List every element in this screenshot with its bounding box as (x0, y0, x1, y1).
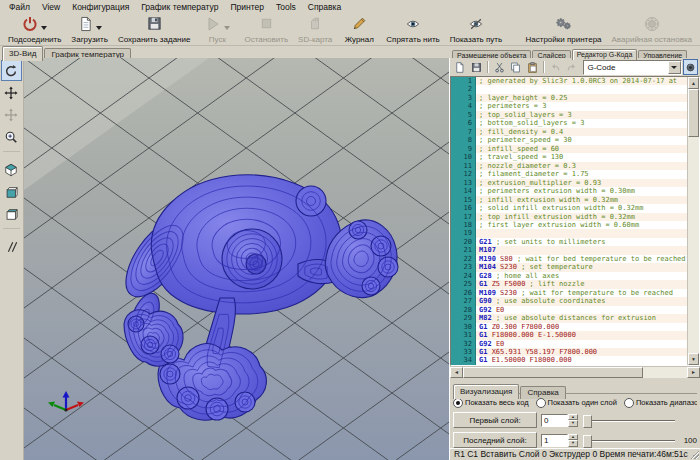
code-line[interactable]: 28G92 E0 (451, 306, 687, 314)
tab-Справка[interactable]: Справка (520, 386, 565, 399)
horizontal-scrollbar[interactable]: ◄ ► (450, 366, 700, 378)
code-line[interactable]: 14; perimeters extrusion width = 0.30mm (451, 187, 687, 195)
toolbar-button-eye-slash[interactable]: Показать путь (445, 14, 507, 45)
scroll-left-button[interactable]: ◄ (450, 367, 463, 378)
code-line[interactable]: 2 (451, 85, 687, 93)
toolbar-button-floppy[interactable]: Сохранить задание (113, 14, 196, 45)
horizontal-scroll-track[interactable] (643, 367, 687, 378)
radio-dot (624, 398, 634, 408)
scroll-right-button[interactable]: ► (687, 367, 700, 378)
spinner-value[interactable]: 0 (541, 414, 568, 427)
gcode-text-area[interactable]: 1; generated by Slic3r 1.0.0RC3 on 2014-… (451, 77, 687, 365)
dropdown-caret-icon[interactable] (41, 26, 47, 30)
layer-spinner[interactable]: 0▲▼ (541, 414, 578, 427)
code-line[interactable]: 15; infill extrusion width = 0.32mm (451, 196, 687, 204)
tool-front-view[interactable] (1, 181, 22, 202)
3d-viewport[interactable] (24, 58, 449, 460)
code-line[interactable]: 21M107 (451, 246, 687, 254)
horizontal-scroll-thumb[interactable] (463, 367, 643, 378)
code-line[interactable]: 1; generated by Slic3r 1.0.0RC3 on 2014-… (451, 77, 687, 85)
radio-Показать диапазон слоев[interactable]: Показать диапазон слоев (624, 398, 697, 408)
code-line[interactable]: 27G90 ; use absolute coordinates (451, 297, 687, 305)
tool-top-view[interactable] (1, 203, 22, 224)
layer-slider[interactable] (582, 414, 677, 427)
code-line[interactable]: 24G28 ; home all axes (451, 272, 687, 280)
code-line[interactable]: 33G1 X65.931 Y58.197 F7800.000 (451, 348, 687, 356)
code-line[interactable]: 18; first layer extrusion width = 0.60mm (451, 221, 687, 229)
code-line[interactable]: 22M190 S80 ; wait for bed temperature to… (451, 255, 687, 263)
tool-rotate[interactable] (1, 60, 22, 81)
tool-move[interactable] (1, 82, 22, 103)
combobox-dropdown-button[interactable] (668, 61, 681, 74)
editor-button-visualization[interactable] (683, 59, 698, 75)
code-line[interactable]: 13; extrusion_multiplier = 0.93 (451, 179, 687, 187)
menu-item-Файл[interactable]: Файл (4, 1, 35, 13)
code-line[interactable]: 8; perimeter_speed = 30 (451, 136, 687, 144)
dropdown-caret-icon[interactable] (96, 26, 102, 30)
editor-button-save[interactable] (468, 59, 483, 75)
code-line[interactable]: 9; infill_speed = 60 (451, 145, 687, 153)
code-line[interactable]: 17; top infill extrusion width = 0.32mm (451, 213, 687, 221)
scroll-down-button[interactable]: ▼ (688, 353, 699, 365)
vertical-scrollbar[interactable]: ▲ ▼ (687, 77, 699, 365)
menu-item-График температур[interactable]: График температур (136, 1, 223, 13)
toolbar-button-pencil[interactable]: Журнал (337, 14, 381, 45)
vertical-scroll-track[interactable] (688, 137, 699, 353)
toolbar-button-eye[interactable]: Спрятать нить (381, 14, 444, 45)
tab-3D-Вид[interactable]: 3D-Вид (2, 46, 43, 61)
code-line[interactable]: 30G1 Z0.300 F7800.000 (451, 323, 687, 331)
toolbar-button-power[interactable]: Подсоединить (3, 14, 66, 45)
menu-item-Tools[interactable]: Tools (271, 1, 301, 13)
editor-button-copy[interactable] (508, 59, 523, 75)
vertical-scroll-thumb[interactable] (688, 89, 699, 137)
code-line[interactable]: 31G1 F18000.000 E-1.50000 (451, 331, 687, 339)
code-line[interactable]: 4; perimeters = 3 (451, 102, 687, 110)
code-line[interactable]: 25G1 Z5 F5000 ; lift nozzle (451, 280, 687, 288)
tool-magnifier[interactable] (1, 126, 22, 147)
tab-Визуализация[interactable]: Визуализация (453, 384, 519, 399)
menu-item-View[interactable]: View (37, 1, 65, 13)
radio-Показать весь код[interactable]: Показать весь код (453, 398, 529, 408)
layer-spinner[interactable]: 1▲▼ (541, 434, 578, 447)
layer-button-Последний слой:[interactable]: Последний слой: (453, 432, 537, 448)
slider-thumb[interactable] (583, 435, 592, 448)
tool-iso-view[interactable] (1, 159, 22, 180)
menu-item-Конфигурация[interactable]: Конфигурация (67, 1, 134, 13)
editor-button-new-file[interactable] (452, 59, 467, 75)
toolbar-button-gears[interactable]: Настройки принтера (520, 14, 606, 45)
code-line[interactable]: 5; top_solid_layers = 3 (451, 111, 687, 119)
code-line[interactable]: 32G92 E0 (451, 340, 687, 348)
code-line[interactable]: 19 (451, 229, 687, 237)
tab-Редактор G-Кода[interactable]: Редактор G-Кода (572, 49, 638, 60)
editor-button-paste[interactable] (524, 59, 539, 75)
scroll-up-button[interactable]: ▲ (688, 77, 699, 89)
code-line[interactable]: 11; nozzle_diameter = 0.3 (451, 162, 687, 170)
toolbar-button-document[interactable]: Загрузить (66, 14, 113, 45)
code-line[interactable]: 10; travel_speed = 130 (451, 153, 687, 161)
code-line[interactable]: 6; bottom_solid_layers = 3 (451, 119, 687, 127)
editor-button-cut[interactable] (492, 59, 507, 75)
layer-slider[interactable] (582, 434, 677, 447)
code-line[interactable]: 29M82 ; use absolute distances for extru… (451, 314, 687, 322)
resize-grip[interactable] (690, 450, 699, 459)
code-line[interactable]: 3; layer_height = 0.25 (451, 94, 687, 102)
gcode-type-combobox[interactable]: G-Code (583, 60, 681, 75)
spinner-down-icon[interactable]: ▼ (568, 440, 578, 447)
menu-item-Принтер[interactable]: Принтер (225, 1, 269, 13)
code-line[interactable]: 23M104 S230 ; set temperature (451, 263, 687, 271)
code-line[interactable]: 26M109 S230 ; wait for temperature to be… (451, 289, 687, 297)
spinner-value[interactable]: 1 (541, 434, 568, 447)
spinner-down-icon[interactable]: ▼ (568, 420, 578, 427)
slider-thumb[interactable] (583, 415, 592, 428)
code-line[interactable]: 7; fill_density = 0.4 (451, 128, 687, 136)
code-line[interactable]: 20G21 ; set units to millimeters (451, 238, 687, 246)
tool-parallel-projection[interactable] (1, 236, 22, 257)
gcode-editor[interactable]: 1; generated by Slic3r 1.0.0RC3 on 2014-… (450, 76, 700, 366)
code-line[interactable]: 16; solid infill extrusion width = 0.32m… (451, 204, 687, 212)
menu-item-Справка[interactable]: Справка (303, 1, 346, 13)
code-line[interactable]: 34G1 E1.50000 F18000.000 (451, 356, 687, 364)
dropdown-caret-icon[interactable] (224, 26, 230, 30)
layer-button-Первый слой:[interactable]: Первый слой: (453, 412, 537, 428)
radio-Показать один слой[interactable]: Показать один слой (536, 398, 617, 408)
code-line[interactable]: 12; filament_diameter = 1.75 (451, 170, 687, 178)
